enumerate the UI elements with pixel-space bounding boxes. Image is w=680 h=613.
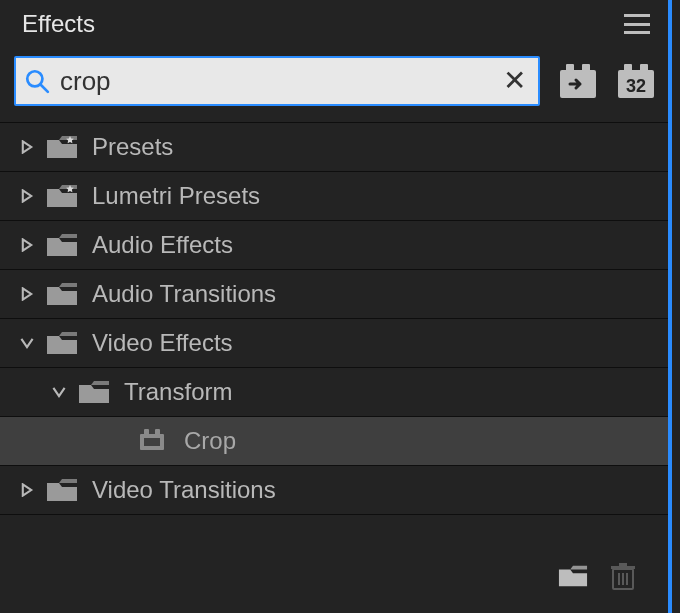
tree-label: Video Transitions — [92, 476, 276, 504]
chevron-right-icon — [16, 238, 38, 252]
chevron-down-icon — [48, 385, 70, 399]
tree-folder-lumetri-presets[interactable]: Lumetri Presets — [0, 171, 668, 220]
chevron-right-icon — [16, 189, 38, 203]
folder-icon — [46, 281, 78, 307]
search-row: ✕ 32 — [0, 48, 668, 110]
panel-title: Effects — [22, 10, 95, 38]
tree-label: Transform — [124, 378, 232, 406]
panel-header: Effects — [0, 0, 668, 48]
32-bit-preset-button[interactable]: 32 — [616, 62, 656, 100]
tree-folder-audio-effects[interactable]: Audio Effects — [0, 220, 668, 269]
search-icon — [24, 68, 50, 94]
animation-preset-button[interactable] — [558, 62, 598, 100]
chevron-right-icon — [16, 287, 38, 301]
tree-label: Audio Effects — [92, 231, 233, 259]
svg-rect-6 — [624, 64, 632, 72]
folder-star-icon — [46, 183, 78, 209]
svg-rect-15 — [619, 563, 627, 566]
svg-rect-11 — [155, 429, 160, 435]
svg-rect-7 — [640, 64, 648, 72]
panel-footer — [0, 555, 668, 613]
folder-icon — [46, 232, 78, 258]
effects-panel: Effects ✕ 32 — [0, 0, 672, 613]
search-box[interactable]: ✕ — [14, 56, 540, 106]
svg-rect-14 — [611, 566, 635, 569]
svg-rect-3 — [566, 64, 574, 72]
tree-label: Audio Transitions — [92, 280, 276, 308]
effect-icon — [138, 428, 170, 454]
tree-folder-video-effects[interactable]: Video Effects — [0, 318, 668, 367]
tree-folder-transform[interactable]: Transform — [0, 367, 668, 416]
tree-label: Lumetri Presets — [92, 182, 260, 210]
svg-text:32: 32 — [626, 76, 646, 96]
tree-folder-audio-transitions[interactable]: Audio Transitions — [0, 269, 668, 318]
clear-search-button[interactable]: ✕ — [499, 67, 530, 95]
search-input[interactable] — [60, 66, 499, 97]
folder-icon — [46, 330, 78, 356]
svg-rect-10 — [144, 429, 149, 435]
tree-label: Presets — [92, 133, 173, 161]
svg-rect-12 — [144, 438, 160, 446]
chevron-right-icon — [16, 140, 38, 154]
tree-label: Crop — [184, 427, 236, 455]
tree-folder-video-transitions[interactable]: Video Transitions — [0, 465, 668, 514]
chevron-down-icon — [16, 336, 38, 350]
delete-button — [610, 563, 640, 589]
folder-icon — [46, 477, 78, 503]
chevron-right-icon — [16, 483, 38, 497]
panel-menu-button[interactable] — [624, 14, 650, 34]
folder-star-icon — [46, 134, 78, 160]
tree-label: Video Effects — [92, 329, 233, 357]
new-bin-button[interactable] — [558, 563, 588, 589]
folder-icon — [78, 379, 110, 405]
effects-tree: Presets Lumetri Presets Audio Effects — [0, 122, 668, 515]
svg-line-1 — [40, 84, 48, 92]
tree-effect-crop[interactable]: Crop — [0, 416, 668, 465]
svg-rect-4 — [582, 64, 590, 72]
tree-folder-presets[interactable]: Presets — [0, 122, 668, 171]
